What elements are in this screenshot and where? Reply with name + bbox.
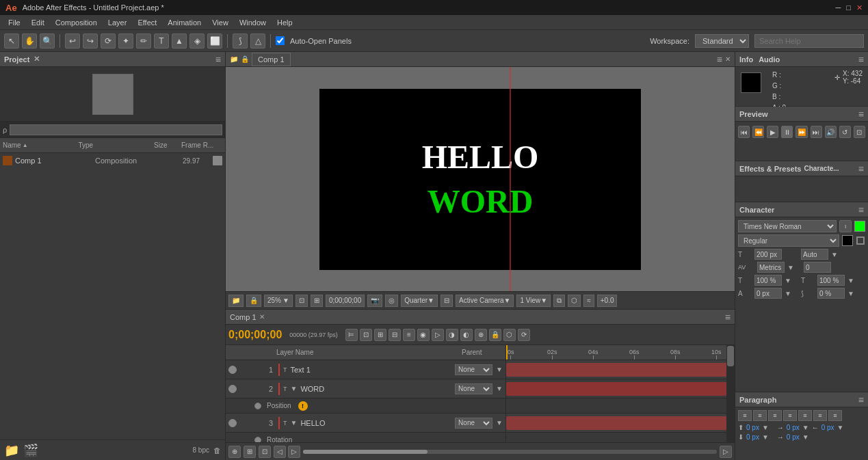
menu-layer[interactable]: Layer: [103, 17, 133, 28]
timeline-btn-null[interactable]: ▷: [432, 329, 444, 341]
menu-view[interactable]: View: [207, 17, 234, 28]
para-panel-menu[interactable]: ≡: [858, 394, 864, 405]
skew-input[interactable]: [817, 288, 845, 299]
timeline-btn-adjust[interactable]: ◑: [446, 329, 458, 341]
align-right-btn[interactable]: ≡: [768, 410, 782, 421]
font-style-select[interactable]: Regular: [738, 234, 839, 247]
grid-toggle[interactable]: ⊟: [440, 295, 453, 307]
comp-grid-btn[interactable]: ⊞: [311, 295, 323, 307]
view-select[interactable]: 1 View ▼: [516, 295, 551, 307]
timeline-close-btn[interactable]: ✕: [259, 313, 265, 321]
shape-tool[interactable]: △: [250, 33, 265, 49]
transform-tool[interactable]: ✦: [118, 33, 133, 49]
close-button[interactable]: ✕: [856, 3, 863, 12]
project-close-btn[interactable]: ✕: [34, 55, 40, 64]
add-null-btn[interactable]: ⊞: [244, 446, 256, 458]
indent-left-dropdown[interactable]: ▼: [802, 424, 809, 431]
comp-lock-btn[interactable]: 🔒: [246, 295, 261, 307]
space-before-value[interactable]: 0 px: [746, 424, 759, 431]
tracking-input[interactable]: [804, 262, 831, 273]
selection-tool[interactable]: ↖: [4, 33, 19, 49]
layer-3-visibility[interactable]: [228, 419, 237, 427]
layer-2-visibility[interactable]: [228, 385, 237, 393]
comp-tab-comp1[interactable]: Comp 1: [252, 53, 291, 66]
indent-first-value[interactable]: 0 px: [787, 433, 800, 441]
timeline-btn-expand[interactable]: ⟳: [518, 329, 530, 341]
space-after-dropdown[interactable]: ▼: [762, 433, 769, 441]
timeline-panel-menu[interactable]: ≡: [725, 312, 731, 323]
auto-open-panels-checkbox[interactable]: [276, 36, 285, 45]
layer-2-expand-btn[interactable]: ▼: [291, 385, 298, 392]
preview-audio-btn[interactable]: 🔊: [825, 126, 837, 138]
rotate-tool[interactable]: ⟳: [101, 33, 116, 49]
minimize-button[interactable]: ─: [836, 3, 841, 12]
layer-2-solo[interactable]: [248, 385, 254, 392]
align-left-btn[interactable]: ≡: [738, 410, 752, 421]
align-center-btn[interactable]: ≡: [753, 410, 767, 421]
active-camera-select[interactable]: Active Camera ▼: [456, 295, 514, 307]
baseline-dropdown[interactable]: ▼: [785, 290, 798, 297]
preview-pause-btn[interactable]: ⏸: [781, 126, 793, 138]
preview-ram-btn[interactable]: ⊡: [854, 126, 865, 138]
timeline-tab[interactable]: Comp 1: [230, 313, 257, 321]
render-btn[interactable]: ◎: [385, 295, 398, 307]
new-item-icon[interactable]: 🎬: [23, 443, 38, 458]
indent-left-value[interactable]: 0 px: [787, 424, 800, 431]
new-folder-icon[interactable]: 📁: [4, 443, 19, 458]
layer-1-solo[interactable]: [248, 366, 254, 373]
comp-render-q[interactable]: +0.0: [597, 295, 618, 307]
layer-1-lock[interactable]: [257, 366, 263, 373]
scale-v-input[interactable]: [817, 275, 845, 286]
maximize-button[interactable]: □: [846, 3, 851, 12]
layer-2-parent-dropdown[interactable]: ▼: [496, 385, 503, 392]
timeline-btn-lock[interactable]: 🔒: [489, 329, 501, 341]
zoom-select[interactable]: 25% ▼: [264, 295, 293, 307]
menu-animation[interactable]: Animation: [162, 17, 207, 28]
layer-3-expand-btn[interactable]: ▼: [291, 419, 298, 427]
timeline-btn-props[interactable]: ⊞: [374, 329, 386, 341]
comp-folder-btn[interactable]: 📁: [228, 295, 244, 307]
space-before-dropdown[interactable]: ▼: [762, 424, 769, 431]
layer-1-parent-select[interactable]: None: [455, 364, 492, 375]
menu-window[interactable]: Window: [234, 17, 272, 28]
hand-tool[interactable]: ✋: [22, 33, 37, 49]
path-tool[interactable]: ⟆: [233, 33, 248, 49]
layer-2-pos-keyframe[interactable]: [254, 403, 261, 409]
workspace-select[interactable]: Standard: [695, 34, 749, 48]
menu-effect[interactable]: Effect: [132, 17, 162, 28]
pen-tool[interactable]: ✏: [136, 33, 151, 49]
paint-tool[interactable]: ◈: [189, 33, 205, 49]
menu-edit[interactable]: Edit: [26, 17, 50, 28]
timeline-scrollbar-thumb[interactable]: [727, 346, 734, 366]
char-tab-label[interactable]: Characte...: [804, 165, 839, 172]
project-panel-menu[interactable]: ≡: [215, 54, 221, 65]
comp-close-btn[interactable]: ✕: [725, 55, 731, 63]
effects-panel-menu[interactable]: ≡: [858, 163, 864, 174]
timeline-btn-shapes[interactable]: ◉: [417, 329, 430, 341]
comp-panel-menu[interactable]: ≡: [717, 54, 722, 65]
list-item[interactable]: Comp 1 Composition 29.97: [0, 153, 225, 168]
fill-color-swatch[interactable]: [854, 221, 865, 232]
quality-select[interactable]: Quarter ▼: [401, 295, 438, 307]
layer-1-audio[interactable]: [239, 366, 246, 373]
auto-dropdown[interactable]: ▼: [831, 251, 845, 258]
undo-tool[interactable]: ↩: [65, 33, 80, 49]
preview-play-btn[interactable]: ▶: [767, 126, 778, 138]
layer-2-audio[interactable]: [239, 385, 246, 392]
scale-h-input[interactable]: [754, 275, 782, 286]
font-style-btn[interactable]: I: [839, 220, 852, 232]
timeline-zoom-thumb[interactable]: [303, 450, 428, 454]
indent-right-value[interactable]: 0 px: [821, 424, 834, 431]
preview-loop-btn[interactable]: ↺: [839, 126, 851, 138]
timeline-btn-motion[interactable]: ⊡: [360, 329, 372, 341]
scale-v-dropdown[interactable]: ▼: [847, 277, 861, 284]
metrics-dropdown[interactable]: ▼: [787, 264, 801, 271]
text-tool[interactable]: T: [154, 33, 169, 49]
indent-right-dropdown[interactable]: ▼: [837, 424, 844, 431]
align-justify-all-btn[interactable]: ≡: [828, 410, 842, 421]
info-panel-menu[interactable]: ≡: [858, 54, 864, 65]
metrics-input[interactable]: [757, 262, 785, 273]
align-justify-center-btn[interactable]: ≡: [798, 410, 812, 421]
font-select[interactable]: Times New Roman: [738, 220, 837, 232]
layer-1-visibility[interactable]: [228, 366, 237, 374]
